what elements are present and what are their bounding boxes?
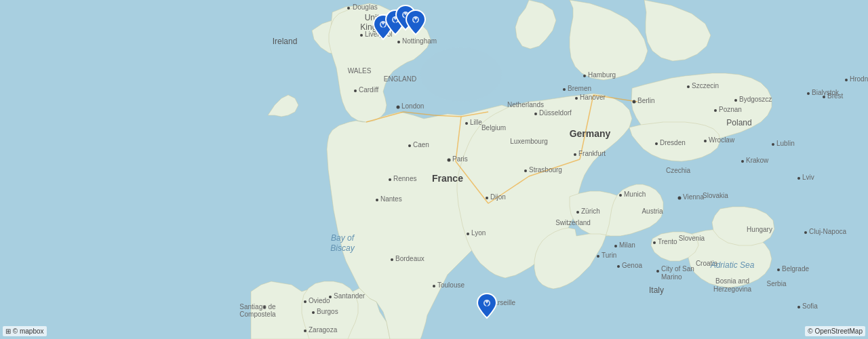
- svg-point-24: [467, 233, 469, 235]
- svg-point-20: [448, 159, 451, 162]
- osm-attribution: © OpenStreetMap: [805, 326, 865, 336]
- svg-point-26: [524, 170, 527, 172]
- svg-point-37: [614, 245, 617, 247]
- svg-point-58: [312, 311, 315, 314]
- svg-point-59: [304, 330, 307, 332]
- svg-point-29: [575, 97, 578, 100]
- svg-point-54: [797, 306, 800, 308]
- svg-point-51: [797, 177, 800, 180]
- svg-point-49: [845, 79, 848, 81]
- svg-point-60: [263, 306, 266, 308]
- svg-point-14: [397, 41, 400, 43]
- svg-point-41: [655, 142, 658, 145]
- osm-text: © OpenStreetMap: [808, 327, 863, 335]
- svg-point-28: [534, 113, 537, 115]
- svg-point-21: [391, 258, 393, 261]
- svg-point-18: [389, 178, 391, 181]
- svg-point-56: [304, 300, 307, 303]
- svg-point-1: [420, 47, 502, 102]
- svg-point-16: [397, 106, 400, 109]
- svg-point-47: [772, 143, 774, 146]
- svg-point-36: [597, 255, 599, 258]
- mapbox-attribution[interactable]: ⊞ © mapbox: [3, 326, 47, 336]
- svg-point-12: [347, 7, 350, 9]
- svg-point-17: [408, 144, 411, 147]
- svg-point-15: [354, 89, 357, 92]
- svg-point-39: [653, 241, 656, 244]
- svg-point-45: [704, 140, 707, 142]
- svg-point-40: [678, 197, 682, 200]
- svg-point-57: [329, 296, 332, 298]
- svg-point-35: [576, 211, 579, 214]
- mapbox-text: © mapbox: [13, 327, 44, 335]
- svg-point-50: [807, 92, 810, 95]
- mapbox-logo: ⊞: [5, 327, 11, 335]
- svg-point-44: [714, 109, 717, 112]
- svg-point-22: [433, 285, 435, 287]
- map-container[interactable]: Ireland United Kingdom WALES ENGLAND Fra…: [0, 0, 868, 339]
- svg-point-33: [574, 153, 576, 156]
- svg-point-31: [563, 88, 566, 91]
- svg-point-38: [617, 265, 620, 268]
- svg-point-13: [360, 34, 363, 37]
- svg-point-25: [486, 197, 488, 199]
- svg-point-43: [734, 99, 737, 102]
- svg-point-19: [376, 199, 378, 201]
- svg-point-30: [583, 75, 586, 77]
- svg-point-42: [687, 85, 690, 88]
- svg-point-52: [804, 231, 807, 234]
- svg-point-34: [619, 194, 622, 197]
- svg-point-32: [633, 100, 636, 104]
- svg-point-27: [465, 122, 468, 125]
- svg-point-55: [656, 270, 659, 273]
- svg-point-53: [777, 268, 780, 271]
- svg-point-46: [741, 160, 744, 163]
- svg-point-48: [823, 96, 825, 98]
